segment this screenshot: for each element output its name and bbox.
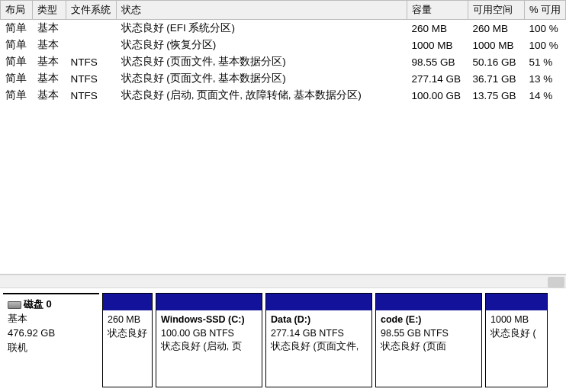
partition-color-bar	[376, 294, 481, 310]
cell-status: 状态良好 (恢复分区)	[117, 37, 407, 53]
cell-free: 36.71 GB	[468, 70, 525, 87]
cell-free: 260 MB	[468, 20, 525, 37]
partition-size: 277.14 GB NTFS	[271, 327, 367, 341]
partition-block[interactable]: Windows-SSD (C:)100.00 GB NTFS状态良好 (启动, …	[156, 293, 262, 387]
partition-title: code (E:)	[381, 313, 477, 327]
partition-status: 状态良好 (页面文件,	[271, 340, 367, 354]
disk-info-block[interactable]: 磁盘 0 基本 476.92 GB 联机	[3, 293, 99, 387]
cell-status: 状态良好 (页面文件, 基本数据分区)	[117, 70, 407, 87]
cell-fs: NTFS	[66, 87, 117, 104]
disk-size: 476.92 GB	[8, 326, 95, 341]
cell-type: 基本	[33, 70, 66, 87]
scrollbar-thumb[interactable]	[548, 277, 564, 288]
cell-pct: 14 %	[525, 87, 566, 104]
cell-type: 基本	[33, 20, 66, 37]
partition-status: 状态良好 (	[490, 327, 542, 341]
cell-capacity: 260 MB	[407, 20, 468, 37]
cell-layout: 简单	[1, 53, 33, 70]
table-row[interactable]: 简单基本状态良好 (EFI 系统分区)260 MB260 MB100 %	[1, 20, 566, 37]
table-header-row: 布局 类型 文件系统 状态 容量 可用空间 % 可用	[1, 1, 566, 20]
partition-block[interactable]: code (E:)98.55 GB NTFS状态良好 (页面	[375, 293, 482, 387]
cell-layout: 简单	[1, 20, 33, 37]
disk-type: 基本	[8, 312, 95, 326]
partition-body: Data (D:)277.14 GB NTFS状态良好 (页面文件,	[266, 310, 371, 355]
partition-strip: 260 MB状态良好Windows-SSD (C:)100.00 GB NTFS…	[102, 293, 563, 387]
partition-size: 1000 MB	[490, 313, 542, 327]
volume-list[interactable]: 布局 类型 文件系统 状态 容量 可用空间 % 可用 简单基本状态良好 (EFI…	[0, 0, 566, 275]
cell-type: 基本	[33, 53, 66, 70]
cell-status: 状态良好 (页面文件, 基本数据分区)	[117, 53, 407, 70]
partition-size: 100.00 GB NTFS	[161, 327, 257, 341]
table-row[interactable]: 简单基本NTFS状态良好 (页面文件, 基本数据分区)98.55 GB50.16…	[1, 53, 566, 70]
cell-pct: 13 %	[525, 70, 566, 87]
partition-size: 98.55 GB NTFS	[381, 327, 477, 341]
cell-fs: NTFS	[66, 70, 117, 87]
col-type[interactable]: 类型	[33, 1, 66, 20]
col-pct[interactable]: % 可用	[525, 1, 566, 20]
col-layout[interactable]: 布局	[1, 1, 33, 20]
cell-layout: 简单	[1, 70, 33, 87]
cell-capacity: 1000 MB	[407, 37, 468, 53]
partition-block[interactable]: 260 MB状态良好	[102, 293, 153, 387]
partition-color-bar	[103, 294, 152, 310]
disk-name: 磁盘 0	[24, 298, 52, 310]
cell-layout: 简单	[1, 87, 33, 104]
cell-free: 13.75 GB	[468, 87, 525, 104]
partition-body: 1000 MB状态良好 (	[486, 310, 547, 342]
disk-icon	[8, 301, 21, 309]
partition-body: 260 MB状态良好	[103, 310, 152, 342]
partition-title: Data (D:)	[271, 313, 367, 327]
cell-fs	[66, 20, 117, 37]
partition-status: 状态良好 (启动, 页	[161, 340, 257, 354]
table-row[interactable]: 简单基本NTFS状态良好 (启动, 页面文件, 故障转储, 基本数据分区)100…	[1, 87, 566, 104]
cell-type: 基本	[33, 87, 66, 104]
volume-table: 布局 类型 文件系统 状态 容量 可用空间 % 可用 简单基本状态良好 (EFI…	[0, 0, 566, 104]
cell-fs	[66, 37, 117, 53]
cell-pct: 100 %	[525, 37, 566, 53]
partition-title: Windows-SSD (C:)	[161, 313, 257, 327]
cell-free: 1000 MB	[468, 37, 525, 53]
partition-body: Windows-SSD (C:)100.00 GB NTFS状态良好 (启动, …	[156, 310, 262, 355]
partition-block[interactable]: 1000 MB状态良好 (	[485, 293, 548, 387]
cell-pct: 100 %	[525, 20, 566, 37]
cell-capacity: 277.14 GB	[407, 70, 468, 87]
partition-status: 状态良好 (页面	[381, 340, 477, 354]
cell-layout: 简单	[1, 37, 33, 53]
cell-pct: 51 %	[525, 53, 566, 70]
col-free[interactable]: 可用空间	[468, 1, 525, 20]
cell-capacity: 100.00 GB	[407, 87, 468, 104]
col-fs[interactable]: 文件系统	[66, 1, 117, 20]
table-row[interactable]: 简单基本状态良好 (恢复分区)1000 MB1000 MB100 %	[1, 37, 566, 53]
cell-status: 状态良好 (启动, 页面文件, 故障转储, 基本数据分区)	[117, 87, 407, 104]
partition-block[interactable]: Data (D:)277.14 GB NTFS状态良好 (页面文件,	[265, 293, 372, 387]
col-capacity[interactable]: 容量	[407, 1, 468, 20]
partition-color-bar	[156, 294, 262, 310]
partition-color-bar	[266, 294, 371, 310]
partition-status: 状态良好	[108, 327, 147, 341]
partition-color-bar	[486, 294, 547, 310]
disk-graphical-pane: 磁盘 0 基本 476.92 GB 联机 260 MB状态良好Windows-S…	[0, 288, 566, 392]
partition-size: 260 MB	[108, 313, 147, 327]
horizontal-scrollbar[interactable]	[0, 275, 566, 288]
col-status[interactable]: 状态	[117, 1, 407, 20]
disk-state: 联机	[8, 341, 95, 355]
cell-free: 50.16 GB	[468, 53, 525, 70]
cell-capacity: 98.55 GB	[407, 53, 468, 70]
cell-fs: NTFS	[66, 53, 117, 70]
cell-status: 状态良好 (EFI 系统分区)	[117, 20, 407, 37]
partition-body: code (E:)98.55 GB NTFS状态良好 (页面	[376, 310, 481, 355]
table-row[interactable]: 简单基本NTFS状态良好 (页面文件, 基本数据分区)277.14 GB36.7…	[1, 70, 566, 87]
cell-type: 基本	[33, 37, 66, 53]
